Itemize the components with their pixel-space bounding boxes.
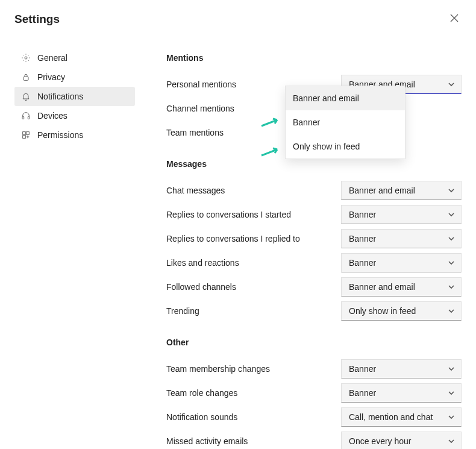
select-notification-sounds[interactable]: Call, mention and chat [341, 407, 462, 427]
chevron-down-icon [448, 259, 455, 266]
svg-rect-4 [23, 132, 26, 135]
select-likes-reactions[interactable]: Banner [341, 253, 462, 272]
sidebar: General Privacy Notifications Devices [14, 48, 135, 145]
dropdown-option-banner[interactable]: Banner [286, 110, 405, 134]
setting-label-followed-channels: Followed channels [166, 281, 236, 292]
bell-icon [20, 91, 31, 102]
select-value: Banner [349, 364, 376, 374]
select-team-role[interactable]: Banner [341, 383, 462, 403]
svg-point-0 [25, 57, 27, 59]
apps-icon [20, 130, 31, 140]
sidebar-item-privacy[interactable]: Privacy [14, 68, 135, 87]
sidebar-item-label: Devices [37, 111, 67, 121]
lock-icon [20, 72, 31, 83]
setting-label-channel-mentions: Channel mentions [166, 103, 234, 114]
chevron-down-icon [448, 211, 455, 218]
select-trending[interactable]: Only show in feed [341, 301, 462, 321]
sidebar-item-label: Notifications [37, 92, 83, 101]
select-followed-channels[interactable]: Banner and email [341, 277, 462, 297]
gear-icon [20, 52, 31, 63]
setting-label-missed-emails: Missed activity emails [166, 436, 248, 447]
select-team-membership[interactable]: Banner [341, 359, 462, 378]
setting-label-team-membership: Team membership changes [166, 363, 270, 374]
chevron-down-icon [448, 413, 455, 421]
sidebar-item-permissions[interactable]: Permissions [14, 125, 135, 145]
select-missed-emails[interactable]: Once every hour [341, 432, 462, 449]
setting-label-replies-started: Replies to conversations I started [166, 209, 291, 220]
sidebar-item-general[interactable]: General [14, 48, 135, 68]
close-button[interactable] [447, 12, 462, 27]
annotation-arrow [260, 116, 282, 132]
select-value: Banner [349, 234, 376, 243]
chevron-down-icon [448, 283, 455, 290]
setting-label-notification-sounds: Notification sounds [166, 412, 237, 422]
setting-label-personal-mentions: Personal mentions [166, 79, 236, 90]
select-chat-messages[interactable]: Banner and email [341, 181, 462, 200]
dropdown-option-banner-and-email[interactable]: Banner and email [286, 86, 405, 110]
chevron-down-icon [448, 365, 455, 372]
setting-label-likes-reactions: Likes and reactions [166, 257, 239, 268]
chevron-down-icon [448, 235, 455, 242]
setting-label-chat-messages: Chat messages [166, 185, 225, 196]
select-value: Call, mention and chat [349, 412, 433, 422]
annotation-arrow [260, 146, 282, 162]
sidebar-item-notifications[interactable]: Notifications [14, 87, 135, 106]
select-replies-started[interactable]: Banner [341, 205, 462, 224]
select-value: Banner [349, 258, 376, 268]
setting-label-team-mentions: Team mentions [166, 127, 224, 138]
section-heading-other: Other [166, 338, 462, 347]
sidebar-item-label: Privacy [37, 72, 65, 82]
select-value: Once every hour [349, 436, 412, 446]
dropdown-menu: Banner and email Banner Only show in fee… [285, 86, 406, 159]
select-value: Banner and email [349, 186, 415, 195]
section-heading-messages: Messages [166, 159, 462, 169]
select-replies-replied[interactable]: Banner [341, 229, 462, 248]
svg-rect-1 [23, 77, 28, 80]
svg-rect-5 [27, 132, 30, 135]
chevron-down-icon [448, 438, 455, 445]
dropdown-option-only-show-in-feed[interactable]: Only show in feed [286, 134, 405, 159]
svg-rect-2 [22, 116, 24, 119]
setting-label-replies-replied: Replies to conversations I replied to [166, 233, 300, 244]
svg-rect-3 [28, 116, 30, 119]
chevron-down-icon [448, 389, 455, 397]
chevron-down-icon [448, 187, 455, 194]
svg-rect-6 [23, 136, 26, 139]
select-value: Banner and email [349, 282, 415, 292]
select-value: Banner [349, 210, 376, 219]
headphones-icon [20, 110, 31, 121]
section-heading-mentions: Mentions [166, 53, 462, 63]
sidebar-item-label: Permissions [37, 130, 83, 140]
chevron-down-icon [448, 307, 455, 315]
close-icon [450, 14, 459, 25]
setting-label-team-role: Team role changes [166, 388, 237, 398]
select-value: Banner [349, 388, 376, 398]
select-value: Only show in feed [349, 306, 416, 316]
chevron-down-icon [448, 81, 455, 88]
sidebar-item-label: General [37, 53, 67, 63]
setting-label-trending: Trending [166, 306, 199, 316]
main-content: Mentions Personal mentions Banner and em… [135, 48, 462, 449]
page-title: Settings [14, 13, 60, 26]
sidebar-item-devices[interactable]: Devices [14, 106, 135, 125]
